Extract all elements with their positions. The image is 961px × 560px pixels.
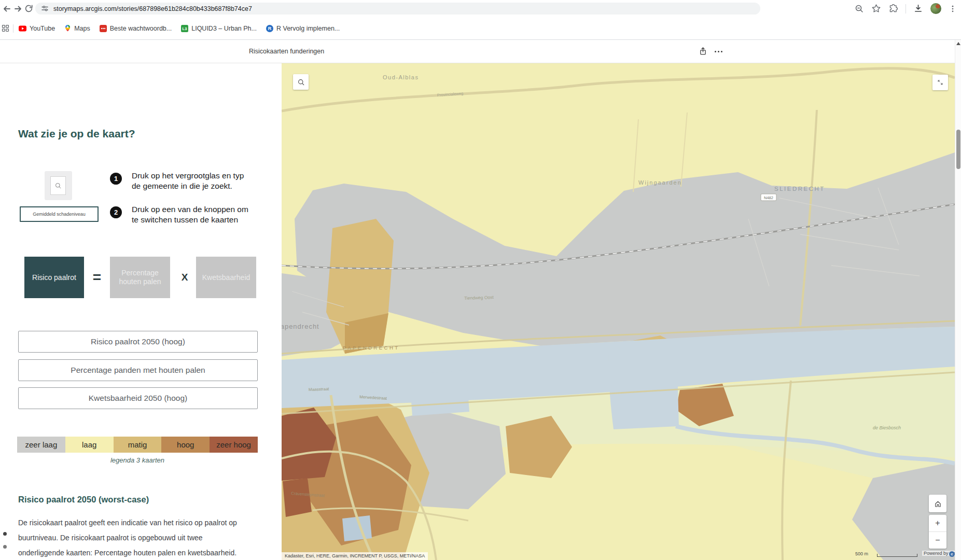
step-1-line-2: de gemeente in die je zoekt. <box>132 181 244 191</box>
map-label-papendrecht-area: PAPENDRECHT <box>343 345 400 351</box>
bookmark-liquid3[interactable]: L3 LIQUID3 – Urban Ph... <box>181 25 257 32</box>
section-paragraph-line1: De risicokaart paalrot geeft een indicat… <box>18 519 237 527</box>
search-illustration-box <box>50 176 66 195</box>
formula-factor1-box: Percentage houten palen <box>110 257 170 298</box>
apps-grid-icon[interactable] <box>1 24 10 33</box>
liquid3-icon: L3 <box>181 25 188 32</box>
map-home-button[interactable] <box>929 495 946 512</box>
bookmark-maps[interactable]: Maps <box>64 24 90 32</box>
slide-nav-dot-current[interactable] <box>3 532 7 536</box>
legend-cell-laag: laag <box>65 437 114 453</box>
bookmark-label: Beste wachtwoordb... <box>110 25 172 32</box>
map-canvas[interactable]: Oud-Alblas Provincialeweg Wijngaarden SL… <box>282 63 955 560</box>
map-expand-button[interactable] <box>932 75 948 90</box>
svg-text:L3: L3 <box>183 26 187 31</box>
toolbar-divider <box>906 4 906 13</box>
legend-cell-hoog: hoog <box>161 437 210 453</box>
damage-level-illustration: Gemiddeld schadeniveau <box>20 206 99 222</box>
story-menu-button[interactable] <box>713 46 724 57</box>
map-search-button[interactable] <box>293 74 309 90</box>
map-label-sliedrecht: SLIEDRECHT <box>774 186 825 192</box>
map-search-icon <box>297 78 305 86</box>
reload-button[interactable] <box>23 3 34 14</box>
address-bar[interactable]: storymaps.arcgis.com/stories/687898e61b2… <box>35 3 760 15</box>
step-2-number: 2 <box>110 206 122 218</box>
zoom-page-icon[interactable] <box>854 4 864 13</box>
bookmark-label: Maps <box>74 25 90 32</box>
url-text: storymaps.arcgis.com/stories/687898e61b2… <box>53 5 252 12</box>
scale-label: 500 m <box>855 551 868 556</box>
legend-caption: legenda 3 kaarten <box>17 456 258 464</box>
map-label-biesbosch: de Biesbosch <box>873 425 901 430</box>
home-icon <box>934 499 942 508</box>
road-shield-label: N482 <box>764 195 773 200</box>
map-label-oud-alblas: Oud-Alblas <box>383 74 419 80</box>
legend-cell-matig: matig <box>114 437 162 453</box>
search-icon <box>54 182 62 189</box>
formula-factor2-label: Kwetsbaarheid <box>202 273 250 282</box>
formula-factor1-line1: Percentage <box>121 269 159 277</box>
step-1-line-1: Druk op het vergrootglas en typ <box>132 171 244 181</box>
button-percentage-houten-palen[interactable]: Percentage panden met houten palen <box>18 359 258 381</box>
zoom-in-button[interactable]: + <box>929 515 946 532</box>
share-icon <box>699 47 707 56</box>
youtube-icon <box>19 25 26 32</box>
browser-window: storymaps.arcgis.com/stories/687898e61b2… <box>0 0 961 560</box>
profile-avatar[interactable] <box>930 3 941 14</box>
zoom-out-button[interactable]: − <box>929 532 946 549</box>
back-button[interactable] <box>1 3 12 14</box>
password-manager-icon <box>100 25 107 32</box>
bookmarks-bar: YouTube Maps Beste wachtwoordb... L3 LIQ… <box>0 17 961 39</box>
map-zoom-control: + − <box>929 515 946 549</box>
panel-heading: Wat zie je op de kaart? <box>18 128 135 140</box>
map-label-wijngaarden: Wijngaarden <box>638 179 682 186</box>
bookmark-r-vervolg[interactable]: R R Vervolg implemen... <box>266 25 340 32</box>
scale-bar <box>877 554 917 557</box>
download-icon[interactable] <box>913 4 923 13</box>
browser-toolbar: storymaps.arcgis.com/stories/687898e61b2… <box>0 0 961 17</box>
browser-menu-icon[interactable] <box>949 5 957 13</box>
risk-legend: zeer laag laag matig hoog zeer hoog <box>17 437 258 453</box>
extensions-icon[interactable] <box>888 4 898 13</box>
section-heading: Risico paalrot 2050 (worst-case) <box>18 495 149 505</box>
bookmark-passwords[interactable]: Beste wachtwoordb... <box>100 25 172 32</box>
button-risico-paalrot[interactable]: Risico paalrot 2050 (hoog) <box>18 331 258 353</box>
map-label-tiendweg: Tiendweg Oost <box>464 295 494 301</box>
legend-cell-zeer-hoog: zeer hoog <box>210 437 258 453</box>
reload-icon <box>24 4 34 13</box>
bookmark-label: LIQUID3 – Urban Ph... <box>191 25 257 32</box>
formula-result-label: Risico paalrot <box>32 273 76 282</box>
back-icon <box>2 4 12 14</box>
bookmark-star-icon[interactable] <box>871 4 881 13</box>
esri-logo-icon: e <box>949 551 955 557</box>
toolbar-actions <box>854 3 957 15</box>
step-1-text: Druk op het vergrootglas en typ de gemee… <box>132 171 244 191</box>
share-button[interactable] <box>697 46 708 57</box>
site-info-icon[interactable] <box>40 4 49 13</box>
browser-chrome: storymaps.arcgis.com/stories/687898e61b2… <box>0 0 961 40</box>
bookmark-label: YouTube <box>30 25 55 32</box>
map-attribution: Kadaster, Esri, HERE, Garmin, INCREMENT … <box>282 552 428 560</box>
forward-button[interactable] <box>12 3 23 14</box>
button-kwetsbaarheid[interactable]: Kwetsbaarheid 2050 (hoog) <box>18 387 258 409</box>
forward-icon <box>13 4 23 14</box>
scrollbar-thumb[interactable] <box>956 130 960 169</box>
maps-pin-icon <box>64 24 71 32</box>
r-project-icon: R <box>266 25 273 32</box>
map-label-maasstraat: Maasstraat <box>309 387 330 392</box>
legend-cell-zeer-laag: zeer laag <box>17 437 65 453</box>
bookmark-label: R Vervolg implemen... <box>276 25 340 32</box>
slide-nav-dot-next[interactable] <box>3 545 7 549</box>
story-panel: Wat zie je op de kaart? 1 Druk op het ve… <box>0 63 282 560</box>
svg-text:R: R <box>268 26 272 31</box>
formula-result-box: Risico paalrot <box>24 257 84 298</box>
bookmarks-divider <box>13 24 13 33</box>
page-scrollbar[interactable] <box>955 40 961 560</box>
bookmark-youtube[interactable]: YouTube <box>19 25 55 32</box>
step-2-line-1: Druk op een van de knoppen om <box>132 204 248 215</box>
story-title: Risicokaarten funderingen <box>249 48 324 55</box>
scrollbar-up-arrow[interactable] <box>956 42 960 45</box>
formula-equals: = <box>89 257 105 298</box>
story-header: Risicokaarten funderingen <box>0 40 961 63</box>
section-paragraph-line2: buurtniveau. De risicokaart paalrot is o… <box>18 534 203 542</box>
